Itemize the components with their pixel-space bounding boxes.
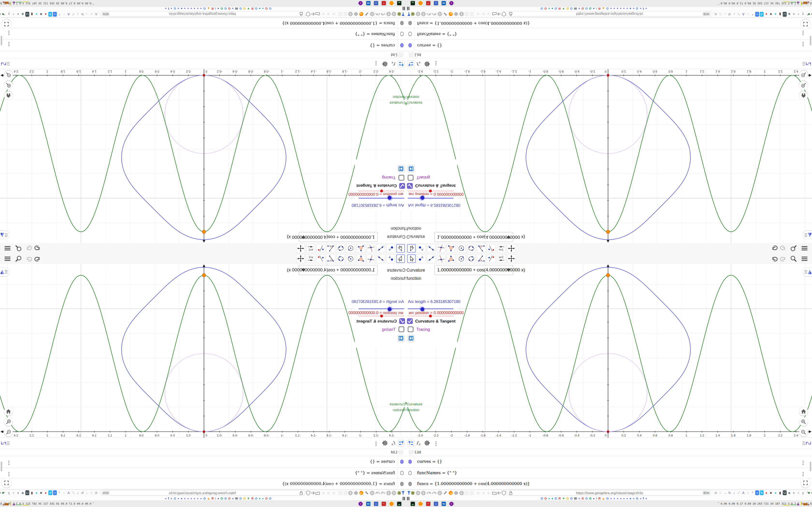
globe-icon[interactable] (370, 12, 374, 16)
browser-extension-icon[interactable]: ▮ (30, 12, 34, 17)
more-options-button[interactable] (433, 60, 439, 67)
floppy64-app[interactable]: 64 (365, 0, 371, 6)
browser-extension-icon[interactable]: A (94, 490, 98, 495)
tab-favicon[interactable]: G (255, 497, 257, 501)
monitor-app[interactable]: ▢ (433, 501, 439, 507)
extension-icon-strip[interactable]: A☆→↻↓⁄A○*+↻●■●▮U◆●+y* (714, 490, 810, 496)
scrollbar-thumb[interactable] (1, 462, 2, 471)
chevron-down-icon[interactable] (301, 235, 305, 238)
visibility-toggle[interactable] (400, 32, 404, 36)
visibility-toggle[interactable] (408, 471, 412, 475)
polygon-tool[interactable] (357, 255, 365, 263)
browser-extension-icon[interactable]: ⁄ (737, 12, 741, 17)
circle-tool[interactable] (457, 244, 466, 252)
curvature-tangent-checkbox[interactable] (399, 183, 405, 189)
folder-icon[interactable] (315, 12, 320, 16)
show-auxiliary-button[interactable]: fx (416, 440, 422, 447)
visibility-toggle[interactable] (408, 482, 412, 486)
visibility-toggle[interactable] (408, 21, 412, 25)
collapse-icon[interactable]: − (409, 451, 413, 454)
tab-favicon[interactable]: ● (194, 497, 196, 501)
tab-favicon[interactable]: G (589, 6, 591, 10)
browser-extension-icon[interactable]: + (797, 12, 800, 17)
wrench-icon[interactable] (443, 491, 448, 495)
move-tool[interactable] (407, 255, 416, 263)
browser-extension-icon[interactable]: ● (44, 12, 48, 17)
chevron-up-icon[interactable]: ∧ (809, 2, 812, 5)
tab-favicon[interactable]: ● (232, 497, 234, 501)
tab-favicon[interactable]: i (596, 6, 597, 10)
tab-favicon[interactable]: ● (548, 6, 550, 10)
browser-extension-icon[interactable]: ↻ (48, 490, 52, 495)
monitor-app[interactable]: ▢ (433, 0, 439, 6)
tab-favicon[interactable]: W (235, 6, 238, 10)
move-graphics-tool[interactable] (507, 244, 516, 252)
globe-icon[interactable] (421, 491, 426, 495)
globe-icon[interactable] (348, 12, 353, 16)
globe-icon[interactable] (386, 491, 391, 495)
settings-button[interactable] (424, 440, 430, 447)
floppy64-app[interactable]: 64 (441, 0, 447, 6)
tab-favicon[interactable]: G (545, 497, 547, 501)
menu-button[interactable] (801, 255, 808, 263)
tab-favicon[interactable]: ● (645, 6, 647, 10)
chevron-down-icon[interactable] (507, 269, 511, 272)
tab-favicon[interactable]: G (224, 6, 227, 10)
firefox-icon[interactable] (448, 12, 453, 16)
tab-favicon[interactable]: ● (548, 497, 550, 501)
tab-favicon[interactable]: ● (187, 497, 189, 501)
tab-favicon[interactable]: Я (251, 6, 254, 10)
sort-by-type-button[interactable] (398, 440, 405, 447)
menu-button[interactable] (4, 255, 11, 263)
arc-position-slider-thumb[interactable] (380, 315, 383, 318)
chevron-up-icon[interactable]: ∧ (0, 2, 3, 5)
browser-extension-icon[interactable]: ◆ (788, 490, 791, 495)
move-graphics-tool[interactable] (296, 255, 305, 263)
tab-favicon[interactable]: G (174, 497, 176, 501)
visibility-toggle[interactable] (408, 43, 412, 47)
algebra-row-curves[interactable]: curves = {} (406, 456, 812, 467)
angle-tool[interactable]: α (326, 255, 335, 263)
browser-extension-icon[interactable]: A (742, 490, 745, 495)
tab-favicon[interactable]: Я (598, 497, 601, 501)
back-arrow-icon[interactable] (497, 12, 502, 16)
tab-favicon[interactable]: i (215, 6, 216, 10)
tab-favicon[interactable]: ● (191, 497, 192, 501)
circle-tool[interactable] (346, 244, 355, 252)
animation-play-button[interactable] (407, 335, 415, 342)
zoom-level-badge[interactable]: 81% (101, 491, 110, 495)
move-tool[interactable] (396, 244, 405, 252)
scrollbar-thumb[interactable] (810, 462, 811, 471)
tracing-checkbox[interactable] (408, 175, 413, 181)
settings-red-app[interactable]: * (381, 0, 387, 6)
perpendicular-line-tool[interactable] (367, 255, 375, 263)
shield-icon[interactable] (305, 491, 310, 495)
search-button[interactable] (15, 244, 22, 252)
tab-favicon[interactable]: ● (640, 6, 642, 10)
browser-extension-icon[interactable]: ☆ (718, 490, 722, 495)
tab-favicon[interactable]: G (606, 497, 609, 501)
move-tool[interactable] (407, 244, 416, 252)
tracing-label[interactable]: Tracing (382, 327, 396, 332)
browser-extension-icon[interactable]: + (53, 490, 57, 495)
angle-tool[interactable]: α (477, 255, 486, 263)
tab-favicon[interactable]: f (168, 6, 169, 10)
browser-extension-icon[interactable]: ● (44, 490, 48, 495)
tab-favicon[interactable]: G (265, 497, 267, 501)
polygon-tool[interactable] (447, 255, 455, 263)
algebra-group-header[interactable]: − List (406, 51, 812, 58)
zoom-in-button[interactable] (799, 81, 808, 90)
browser-extension-icon[interactable]: * (751, 490, 755, 495)
browser-extension-icon[interactable]: ↓ (76, 490, 80, 495)
terminal-app[interactable]: ▂ (396, 501, 402, 507)
folder-icon[interactable] (315, 491, 320, 495)
fullscreen-button[interactable] (801, 478, 810, 488)
tab-favicon[interactable]: ● (181, 497, 183, 501)
curvature-tangent-label[interactable]: Curvature & Tangent (415, 319, 456, 324)
globe-icon[interactable] (348, 491, 353, 495)
tab-favicon[interactable]: Я (211, 6, 214, 10)
perpendicular-line-tool[interactable] (437, 244, 445, 252)
gauge-icon[interactable] (426, 12, 432, 16)
settings-button[interactable] (382, 60, 388, 67)
move-graphics-tool[interactable] (296, 244, 305, 252)
